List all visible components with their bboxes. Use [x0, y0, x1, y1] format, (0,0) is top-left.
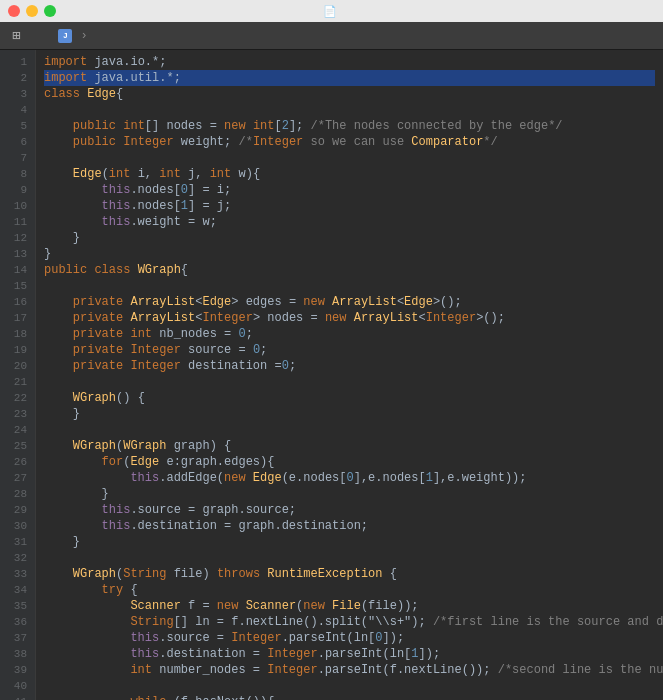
code-line-19: private Integer source = 0; — [44, 342, 655, 358]
code-line-13: } — [44, 246, 655, 262]
code-line-3: class Edge{ — [44, 86, 655, 102]
code-line-16: private ArrayList<Edge> edges = new Arra… — [44, 294, 655, 310]
traffic-lights — [8, 5, 56, 17]
code-line-28: } — [44, 486, 655, 502]
forward-button[interactable] — [44, 34, 52, 38]
close-button[interactable] — [8, 5, 20, 17]
code-line-39: int number_nodes = Integer.parseInt(f.ne… — [44, 662, 655, 678]
code-line-8: Edge(int i, int j, int w){ — [44, 166, 655, 182]
fullscreen-button[interactable] — [44, 5, 56, 17]
code-line-26: for(Edge e:graph.edges){ — [44, 454, 655, 470]
code-line-11: this.weight = w; — [44, 214, 655, 230]
code-line-30: this.destination = graph.destination; — [44, 518, 655, 534]
breadcrumb-separator: › — [80, 29, 87, 43]
code-line-21 — [44, 374, 655, 390]
window-title: 📄 — [323, 5, 341, 18]
code-line-10: this.nodes[1] = j; — [44, 198, 655, 214]
code-line-35: Scanner f = new Scanner(new File(file)); — [44, 598, 655, 614]
code-line-41: while (f.hasNext()){ — [44, 694, 655, 700]
code-line-7 — [44, 150, 655, 166]
code-line-18: private int nb_nodes = 0; — [44, 326, 655, 342]
code-line-5: public int[] nodes = new int[2]; /*The n… — [44, 118, 655, 134]
code-line-23: } — [44, 406, 655, 422]
minimize-button[interactable] — [26, 5, 38, 17]
code-line-38: this.destination = Integer.parseInt(ln[1… — [44, 646, 655, 662]
code-line-2: import java.util.*; — [44, 70, 655, 86]
back-button[interactable] — [30, 34, 38, 38]
code-line-32 — [44, 550, 655, 566]
code-line-29: this.source = graph.source; — [44, 502, 655, 518]
code-line-25: WGraph(WGraph graph) { — [44, 438, 655, 454]
breadcrumb: J › — [58, 29, 91, 43]
code-line-31: } — [44, 534, 655, 550]
code-line-14: public class WGraph{ — [44, 262, 655, 278]
code-line-17: private ArrayList<Integer> nodes = new A… — [44, 310, 655, 326]
grid-icon[interactable]: ⊞ — [8, 25, 24, 46]
code-line-20: private Integer destination =0; — [44, 358, 655, 374]
code-line-9: this.nodes[0] = i; — [44, 182, 655, 198]
code-line-22: WGraph() { — [44, 390, 655, 406]
code-line-36: String[] ln = f.nextLine().split("\\s+")… — [44, 614, 655, 630]
code-line-33: WGraph(String file) throws RuntimeExcept… — [44, 566, 655, 582]
code-line-15 — [44, 278, 655, 294]
code-line-6: public Integer weight; /*Integer so we c… — [44, 134, 655, 150]
code-line-24 — [44, 422, 655, 438]
line-numbers: 1234567891011121314151617181920212223242… — [0, 50, 36, 700]
code-line-1: import java.io.*; — [44, 54, 655, 70]
java-file-icon: J — [58, 29, 72, 43]
toolbar: ⊞ J › — [0, 22, 663, 50]
code-line-34: try { — [44, 582, 655, 598]
code-line-27: this.addEdge(new Edge(e.nodes[0],e.nodes… — [44, 470, 655, 486]
title-bar: 📄 — [0, 0, 663, 22]
code-line-37: this.source = Integer.parseInt(ln[0]); — [44, 630, 655, 646]
editor: 1234567891011121314151617181920212223242… — [0, 50, 663, 700]
code-content[interactable]: import java.io.*;import java.util.*;clas… — [36, 50, 663, 700]
code-line-4 — [44, 102, 655, 118]
file-icon: 📄 — [323, 5, 337, 18]
code-line-12: } — [44, 230, 655, 246]
code-line-40 — [44, 678, 655, 694]
